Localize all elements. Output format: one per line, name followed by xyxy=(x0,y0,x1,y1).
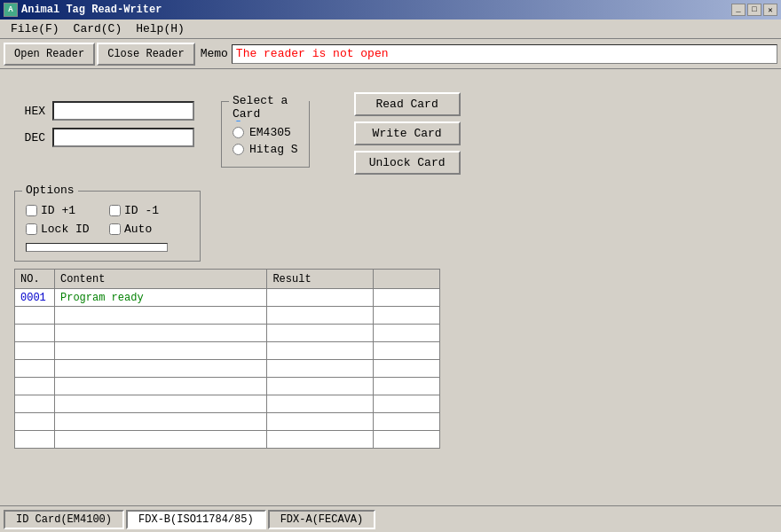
cell-extra xyxy=(374,395,440,413)
checkbox-lock-id-input[interactable] xyxy=(26,223,37,235)
col-header-no: NO. xyxy=(15,270,55,289)
table-row xyxy=(15,325,440,342)
status-fdx-b[interactable]: FDX-B(ISO11784/85) xyxy=(126,510,266,529)
hex-input[interactable] xyxy=(52,101,194,121)
table-row: 0001 Program ready xyxy=(15,289,440,307)
col-header-content: Content xyxy=(54,270,266,289)
table-row xyxy=(15,360,440,378)
radio-em4305-input[interactable] xyxy=(233,127,244,138)
menu-card[interactable]: Card(C) xyxy=(67,20,130,38)
options-legend: Options xyxy=(22,184,78,197)
radio-hitags-label: Hitag S xyxy=(249,143,298,156)
cell-result xyxy=(267,413,374,431)
close-button[interactable]: ✕ xyxy=(763,4,777,16)
cell-content xyxy=(54,395,266,413)
progress-bar xyxy=(26,243,168,252)
dec-label: DEC xyxy=(14,131,45,145)
minimize-button[interactable]: _ xyxy=(731,4,746,16)
cell-content xyxy=(54,378,266,395)
title-bar-left: A Animal Tag Read-Writer xyxy=(4,3,162,17)
main-content: HEX DEC Select a Card T5557 EM4305 xyxy=(0,69,781,505)
cell-result xyxy=(267,431,374,449)
card-select-legend: Select a Card xyxy=(229,94,309,121)
checkbox-id-plus-input[interactable] xyxy=(26,205,37,216)
cell-result xyxy=(267,307,374,325)
menu-help[interactable]: Help(H) xyxy=(129,20,192,38)
cell-result xyxy=(267,325,374,342)
read-card-button[interactable]: Read Card xyxy=(354,92,461,116)
cell-content xyxy=(54,360,266,378)
checkbox-id-plus-label: ID +1 xyxy=(41,204,75,217)
cell-no xyxy=(15,431,55,449)
checkbox-lock-id: Lock ID xyxy=(26,223,106,236)
table-section: NO. Content Result 0001 Program ready xyxy=(14,269,767,449)
radio-em4305-label: EM4305 xyxy=(249,126,291,139)
close-reader-button[interactable]: Close Reader xyxy=(97,43,194,66)
options-grid: ID +1 ID -1 Lock ID Auto xyxy=(26,204,189,236)
cell-content xyxy=(54,325,266,342)
status-id-card[interactable]: ID Card(EM4100) xyxy=(4,510,124,529)
card-select-group: Select a Card T5557 EM4305 Hitag S xyxy=(221,101,310,168)
cell-extra xyxy=(374,325,440,342)
unlock-card-button[interactable]: Unlock Card xyxy=(354,151,461,175)
table-header-row: NO. Content Result xyxy=(15,270,440,289)
table-row xyxy=(15,395,440,413)
col-header-result: Result xyxy=(267,270,374,289)
app-icon: A xyxy=(4,3,18,17)
cell-no xyxy=(15,307,55,325)
cell-no xyxy=(15,342,55,360)
cell-content xyxy=(54,431,266,449)
checkbox-id-minus-label: ID -1 xyxy=(124,204,159,217)
radio-hitags: Hitag S xyxy=(233,143,298,156)
hex-label: HEX xyxy=(14,105,45,118)
checkbox-id-minus-input[interactable] xyxy=(109,205,121,216)
cell-result xyxy=(267,360,374,378)
checkbox-id-plus: ID +1 xyxy=(26,204,106,217)
maximize-button[interactable]: □ xyxy=(747,4,761,16)
menu-file[interactable]: File(F) xyxy=(4,20,67,38)
table-row xyxy=(15,307,440,325)
action-buttons: Read Card Write Card Unlock Card xyxy=(354,92,461,175)
menu-bar: File(F) Card(C) Help(H) xyxy=(0,20,781,39)
cell-content xyxy=(54,413,266,431)
table-body: 0001 Program ready xyxy=(15,289,440,449)
checkbox-auto-label: Auto xyxy=(124,223,152,236)
status-fdx-a[interactable]: FDX-A(FECAVA) xyxy=(268,510,376,529)
dec-row: DEC xyxy=(14,128,194,147)
memo-area: Memo The reader is not open xyxy=(201,44,777,64)
cell-result xyxy=(267,378,374,395)
cell-extra xyxy=(374,289,440,307)
cell-no xyxy=(15,360,55,378)
cell-no: 0001 xyxy=(15,289,55,307)
cell-no xyxy=(15,378,55,395)
status-bar: ID Card(EM4100) FDX-B(ISO11784/85) FDX-A… xyxy=(0,505,781,532)
table-row xyxy=(15,378,440,395)
hex-row: HEX xyxy=(14,101,194,121)
cell-content xyxy=(54,307,266,325)
checkbox-auto-input[interactable] xyxy=(109,223,121,235)
checkbox-id-minus: ID -1 xyxy=(109,204,189,217)
write-card-button[interactable]: Write Card xyxy=(354,121,461,145)
cell-no xyxy=(15,413,55,431)
radio-hitags-input[interactable] xyxy=(233,144,244,155)
table-row xyxy=(15,413,440,431)
cell-no xyxy=(15,395,55,413)
app-title: Animal Tag Read-Writer xyxy=(21,4,162,16)
radio-em4305: EM4305 xyxy=(233,126,298,139)
title-buttons: _ □ ✕ xyxy=(731,4,777,16)
table-row xyxy=(15,431,440,449)
cell-extra xyxy=(374,307,440,325)
title-bar: A Animal Tag Read-Writer _ □ ✕ xyxy=(0,0,781,20)
cell-result xyxy=(267,342,374,360)
col-header-extra xyxy=(374,270,440,289)
cell-extra xyxy=(374,413,440,431)
memo-label: Memo xyxy=(201,47,228,60)
table-row xyxy=(15,342,440,360)
options-group: Options ID +1 ID -1 Lock ID Auto xyxy=(14,191,201,262)
cell-extra xyxy=(374,431,440,449)
cell-extra xyxy=(374,342,440,360)
cell-result xyxy=(267,395,374,413)
open-reader-button[interactable]: Open Reader xyxy=(4,43,95,66)
dec-input[interactable] xyxy=(52,128,194,147)
cell-result xyxy=(267,289,374,307)
